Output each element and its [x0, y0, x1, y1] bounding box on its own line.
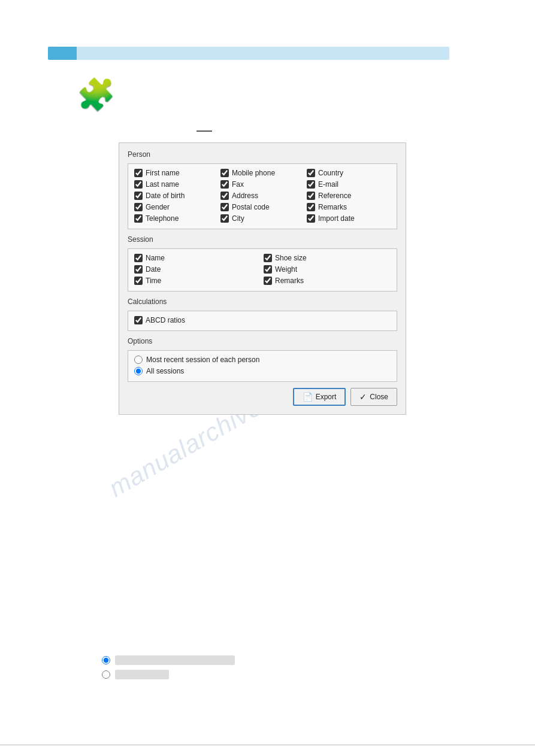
close-button[interactable]: ✓ Close [350, 388, 397, 406]
person-label-lastname: Last name [146, 180, 179, 189]
session-checkbox-shoesize[interactable] [264, 254, 272, 262]
calculations-section-box: ABCD ratios [128, 311, 397, 331]
close-button-label: Close [370, 393, 388, 401]
person-section-title: Person [128, 150, 397, 159]
person-checkbox-fax[interactable] [220, 180, 229, 189]
person-field-fax[interactable]: Fax [220, 180, 304, 189]
session-label-remarks: Remarks [275, 277, 304, 285]
person-label-city: City [232, 214, 244, 223]
session-field-remarks[interactable]: Remarks [264, 277, 391, 285]
session-section-box: Name Shoe size Date Weight Time Remarks [128, 248, 397, 292]
person-label-importdate: Import date [318, 214, 355, 223]
person-label-gender: Gender [146, 203, 170, 211]
export-dialog: Person First name Mobile phone Country L… [119, 142, 406, 415]
person-field-telephone[interactable]: Telephone [134, 214, 218, 223]
bottom-radio-2[interactable] [102, 670, 110, 679]
person-checkbox-remarks[interactable] [307, 203, 315, 211]
person-checkbox-mobilephone[interactable] [220, 169, 229, 177]
bottom-radio-item-1[interactable] [102, 655, 276, 665]
person-label-address: Address [232, 192, 258, 200]
person-checkbox-address[interactable] [220, 192, 229, 200]
session-field-date[interactable]: Date [134, 265, 261, 274]
person-label-fax: Fax [232, 180, 244, 189]
person-field-importdate[interactable]: Import date [307, 214, 391, 223]
export-icon: 📄 [303, 392, 313, 402]
session-checkbox-time[interactable] [134, 277, 143, 285]
person-label-reference: Reference [318, 192, 351, 200]
session-checkbox-name[interactable] [134, 254, 143, 262]
person-section-box: First name Mobile phone Country Last nam… [128, 163, 397, 229]
person-field-remarks[interactable]: Remarks [307, 203, 391, 211]
bottom-separator [0, 745, 535, 745]
export-button[interactable]: 📄 Export [293, 388, 346, 406]
person-field-dob[interactable]: Date of birth [134, 192, 218, 200]
person-field-gender[interactable]: Gender [134, 203, 218, 211]
progress-bar-fill [48, 47, 77, 60]
person-label-email: E-mail [318, 180, 338, 189]
person-field-lastname[interactable]: Last name [134, 180, 218, 189]
session-label-weight: Weight [275, 265, 297, 274]
button-row: 📄 Export ✓ Close [128, 388, 397, 406]
session-checkbox-remarks[interactable] [264, 277, 272, 285]
bottom-radio-label-2 [115, 670, 169, 679]
option-most-recent[interactable]: Most recent session of each person [134, 356, 391, 364]
session-checkbox-weight[interactable] [264, 265, 272, 274]
bottom-radio-label-1 [115, 655, 235, 665]
options-section-title: Options [128, 337, 397, 345]
puzzle-icon: 🧩 [77, 77, 116, 113]
person-label-firstname: First name [146, 169, 180, 177]
person-checkbox-city[interactable] [220, 214, 229, 223]
session-label-shoesize: Shoe size [275, 254, 307, 262]
session-label-time: Time [146, 277, 161, 285]
person-field-firstname[interactable]: First name [134, 169, 218, 177]
person-checkbox-dob[interactable] [134, 192, 143, 200]
session-label-name: Name [146, 254, 165, 262]
bottom-radio-1[interactable] [102, 656, 110, 664]
person-checkbox-importdate[interactable] [307, 214, 315, 223]
person-label-remarks: Remarks [318, 203, 347, 211]
calc-field-abcd[interactable]: ABCD ratios [134, 316, 391, 324]
person-field-country[interactable]: Country [307, 169, 391, 177]
session-field-shoesize[interactable]: Shoe size [264, 254, 391, 262]
person-field-address[interactable]: Address [220, 192, 304, 200]
session-field-time[interactable]: Time [134, 277, 261, 285]
progress-bar [48, 47, 449, 60]
calc-checkbox-abcd[interactable] [134, 316, 143, 324]
person-field-reference[interactable]: Reference [307, 192, 391, 200]
person-checkbox-firstname[interactable] [134, 169, 143, 177]
dash-divider [197, 130, 212, 132]
person-checkbox-telephone[interactable] [134, 214, 143, 223]
radio-most-recent[interactable] [134, 356, 143, 364]
session-section-title: Session [128, 235, 397, 244]
checkmark-icon: ✓ [359, 392, 367, 402]
person-checkbox-lastname[interactable] [134, 180, 143, 189]
person-checkbox-gender[interactable] [134, 203, 143, 211]
person-checkbox-reference[interactable] [307, 192, 315, 200]
session-field-weight[interactable]: Weight [264, 265, 391, 274]
options-section-box: Most recent session of each person All s… [128, 350, 397, 382]
person-label-dob: Date of birth [146, 192, 185, 200]
option-most-recent-label: Most recent session of each person [146, 356, 259, 364]
session-field-name[interactable]: Name [134, 254, 261, 262]
person-field-postalcode[interactable]: Postal code [220, 203, 304, 211]
session-label-date: Date [146, 265, 161, 274]
bottom-options-area [102, 655, 276, 684]
person-checkbox-grid: First name Mobile phone Country Last nam… [134, 169, 391, 223]
person-field-mobilephone[interactable]: Mobile phone [220, 169, 304, 177]
person-checkbox-email[interactable] [307, 180, 315, 189]
calc-checkbox-grid: ABCD ratios [134, 316, 391, 324]
person-checkbox-postalcode[interactable] [220, 203, 229, 211]
person-checkbox-country[interactable] [307, 169, 315, 177]
person-label-telephone: Telephone [146, 214, 179, 223]
option-all-sessions[interactable]: All sessions [134, 367, 391, 375]
bottom-radio-item-2[interactable] [102, 670, 276, 679]
person-field-email[interactable]: E-mail [307, 180, 391, 189]
export-button-label: Export [316, 393, 337, 401]
option-all-sessions-label: All sessions [146, 367, 184, 375]
calc-label-abcd: ABCD ratios [146, 316, 185, 324]
person-field-city[interactable]: City [220, 214, 304, 223]
session-checkbox-date[interactable] [134, 265, 143, 274]
person-label-country: Country [318, 169, 343, 177]
person-label-mobilephone: Mobile phone [232, 169, 275, 177]
radio-all-sessions[interactable] [134, 367, 143, 375]
